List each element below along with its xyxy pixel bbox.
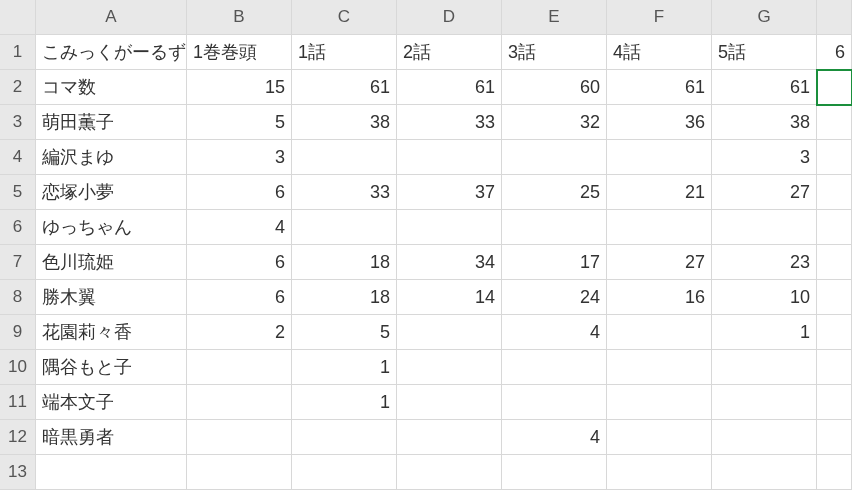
cell-C3[interactable]: 38 (292, 105, 397, 140)
cell-C13[interactable] (292, 455, 397, 490)
cell-H11[interactable] (817, 385, 852, 420)
cell-A12[interactable]: 暗黒勇者 (36, 420, 187, 455)
cell-G1[interactable]: 5話 (712, 35, 817, 70)
cell-B1[interactable]: 1巻巻頭 (187, 35, 292, 70)
cell-C9[interactable]: 5 (292, 315, 397, 350)
cell-E6[interactable] (502, 210, 607, 245)
row-header-5[interactable]: 5 (0, 175, 36, 210)
cell-C4[interactable] (292, 140, 397, 175)
cell-G6[interactable] (712, 210, 817, 245)
cell-G10[interactable] (712, 350, 817, 385)
cell-C5[interactable]: 33 (292, 175, 397, 210)
row-header-2[interactable]: 2 (0, 70, 36, 105)
cell-E12[interactable]: 4 (502, 420, 607, 455)
cell-A6[interactable]: ゆっちゃん (36, 210, 187, 245)
cell-D9[interactable] (397, 315, 502, 350)
cell-B10[interactable] (187, 350, 292, 385)
cell-H13[interactable] (817, 455, 852, 490)
cell-E13[interactable] (502, 455, 607, 490)
cell-C8[interactable]: 18 (292, 280, 397, 315)
cell-A9[interactable]: 花園莉々香 (36, 315, 187, 350)
cell-E4[interactable] (502, 140, 607, 175)
cell-H6[interactable] (817, 210, 852, 245)
cell-D8[interactable]: 14 (397, 280, 502, 315)
cell-C12[interactable] (292, 420, 397, 455)
row-header-9[interactable]: 9 (0, 315, 36, 350)
cell-A8[interactable]: 勝木翼 (36, 280, 187, 315)
cell-G12[interactable] (712, 420, 817, 455)
row-header-4[interactable]: 4 (0, 140, 36, 175)
cell-B6[interactable]: 4 (187, 210, 292, 245)
cell-D11[interactable] (397, 385, 502, 420)
cell-F4[interactable] (607, 140, 712, 175)
cell-C10[interactable]: 1 (292, 350, 397, 385)
cell-B5[interactable]: 6 (187, 175, 292, 210)
cell-D7[interactable]: 34 (397, 245, 502, 280)
cell-B4[interactable]: 3 (187, 140, 292, 175)
cell-A3[interactable]: 萌田薫子 (36, 105, 187, 140)
cell-E5[interactable]: 25 (502, 175, 607, 210)
cell-A10[interactable]: 隅谷もと子 (36, 350, 187, 385)
cell-G11[interactable] (712, 385, 817, 420)
cell-C2[interactable]: 61 (292, 70, 397, 105)
cell-A11[interactable]: 端本文子 (36, 385, 187, 420)
row-header-13[interactable]: 13 (0, 455, 36, 490)
col-header-D[interactable]: D (397, 0, 502, 35)
col-header-G[interactable]: G (712, 0, 817, 35)
cell-H7[interactable] (817, 245, 852, 280)
cell-B12[interactable] (187, 420, 292, 455)
cell-C1[interactable]: 1話 (292, 35, 397, 70)
cell-G4[interactable]: 3 (712, 140, 817, 175)
cell-F10[interactable] (607, 350, 712, 385)
row-header-6[interactable]: 6 (0, 210, 36, 245)
cell-B2[interactable]: 15 (187, 70, 292, 105)
cell-C6[interactable] (292, 210, 397, 245)
row-header-11[interactable]: 11 (0, 385, 36, 420)
col-header-B[interactable]: B (187, 0, 292, 35)
cell-B7[interactable]: 6 (187, 245, 292, 280)
cell-D4[interactable] (397, 140, 502, 175)
cell-H9[interactable] (817, 315, 852, 350)
cell-E2[interactable]: 60 (502, 70, 607, 105)
cell-H5[interactable] (817, 175, 852, 210)
cell-H8[interactable] (817, 280, 852, 315)
cell-H12[interactable] (817, 420, 852, 455)
cell-D5[interactable]: 37 (397, 175, 502, 210)
cell-E10[interactable] (502, 350, 607, 385)
cell-G9[interactable]: 1 (712, 315, 817, 350)
cell-B8[interactable]: 6 (187, 280, 292, 315)
col-header-H[interactable] (817, 0, 852, 35)
cell-A4[interactable]: 編沢まゆ (36, 140, 187, 175)
cell-C7[interactable]: 18 (292, 245, 397, 280)
spreadsheet-grid[interactable]: ABCDEFG1こみっくがーるず1巻巻頭1話2話3話4話5話62コマ数15616… (0, 0, 852, 490)
cell-G13[interactable] (712, 455, 817, 490)
cell-E1[interactable]: 3話 (502, 35, 607, 70)
col-header-E[interactable]: E (502, 0, 607, 35)
cell-G7[interactable]: 23 (712, 245, 817, 280)
cell-F2[interactable]: 61 (607, 70, 712, 105)
cell-E3[interactable]: 32 (502, 105, 607, 140)
row-header-12[interactable]: 12 (0, 420, 36, 455)
cell-F5[interactable]: 21 (607, 175, 712, 210)
cell-H3[interactable] (817, 105, 852, 140)
cell-F6[interactable] (607, 210, 712, 245)
row-header-10[interactable]: 10 (0, 350, 36, 385)
cell-G3[interactable]: 38 (712, 105, 817, 140)
cell-F3[interactable]: 36 (607, 105, 712, 140)
cell-H2[interactable] (817, 70, 852, 105)
cell-A2[interactable]: コマ数 (36, 70, 187, 105)
cell-A1[interactable]: こみっくがーるず (36, 35, 187, 70)
cell-D6[interactable] (397, 210, 502, 245)
cell-E11[interactable] (502, 385, 607, 420)
cell-H1[interactable]: 6 (817, 35, 852, 70)
cell-B3[interactable]: 5 (187, 105, 292, 140)
col-header-A[interactable]: A (36, 0, 187, 35)
row-header-1[interactable]: 1 (0, 35, 36, 70)
cell-D2[interactable]: 61 (397, 70, 502, 105)
col-header-C[interactable]: C (292, 0, 397, 35)
cell-F8[interactable]: 16 (607, 280, 712, 315)
cell-D3[interactable]: 33 (397, 105, 502, 140)
cell-F12[interactable] (607, 420, 712, 455)
cell-G5[interactable]: 27 (712, 175, 817, 210)
cell-G8[interactable]: 10 (712, 280, 817, 315)
